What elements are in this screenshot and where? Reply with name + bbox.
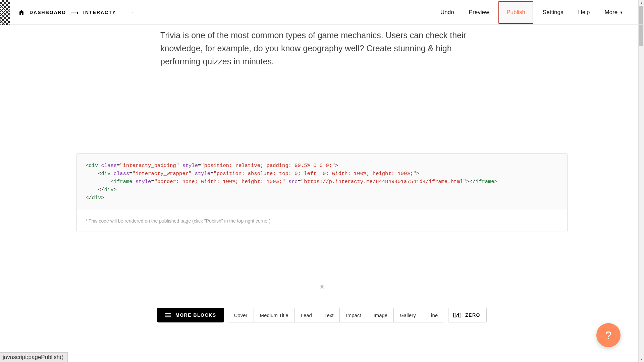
block-lead[interactable]: Lead [295,308,318,322]
block-text[interactable]: Text [318,308,340,322]
statusbar: javascript:pagePublish() [0,352,68,362]
breadcrumb-dropdown-icon[interactable] [131,10,135,15]
description-text: Trivia is one of the most common types o… [160,29,469,68]
home-icon[interactable] [18,9,25,16]
block-gallery[interactable]: Gallery [394,308,422,322]
breadcrumb-arrow-icon: ⟶ [71,9,78,16]
settings-button[interactable]: Settings [535,1,571,24]
vertical-scrollbar[interactable]: ▴ ▾ [638,0,644,362]
breadcrumb: DASHBOARD ⟶ INTERACTY [18,9,135,16]
code-style2: position: absolute; top: 0; left: 0; wid… [217,171,413,177]
more-blocks-button[interactable]: MORE BLOCKS [157,308,224,322]
block-medium-title[interactable]: Medium Title [254,308,295,322]
scrollbar-down-icon[interactable]: ▾ [639,356,644,362]
embed-code-block: <div class="interacty_padding" style="po… [76,153,568,232]
breadcrumb-dashboard[interactable]: DASHBOARD [30,10,66,15]
publish-button[interactable]: Publish [498,1,533,24]
chevron-down-icon: ▼ [620,10,623,14]
app-logo[interactable] [0,0,10,25]
block-line[interactable]: Line [422,308,444,322]
svg-rect-3 [453,313,456,317]
topbar: DASHBOARD ⟶ INTERACTY Undo Preview Publi… [0,0,644,25]
more-button[interactable]: More ▼ [597,1,631,24]
star-divider-icon: ★ [0,282,644,290]
block-cover[interactable]: Cover [228,308,254,322]
code-src: https://p.interacty.me/844849401a7541d4/… [304,179,463,185]
embed-code[interactable]: <div class="interacty_padding" style="po… [77,154,567,210]
code-style3: border: none; width: 100%; height: 100%; [157,179,282,185]
block-type-group: Cover Medium Title Lead Text Impact Imag… [228,308,444,322]
more-blocks-label: MORE BLOCKS [175,312,216,318]
help-fab-button[interactable]: ? [596,323,621,347]
code-style1: position: relative; padding: 99.5% 0 0 0… [204,163,332,169]
help-button[interactable]: Help [571,1,597,24]
block-impact[interactable]: Impact [340,308,367,322]
zero-block-button[interactable]: ZERO [448,308,487,322]
code-class2: interacty_wrapper [136,171,189,177]
zero-icon [453,312,461,318]
hamburger-icon [165,313,171,317]
svg-rect-4 [459,313,461,317]
block-toolbar: MORE BLOCKS Cover Medium Title Lead Text… [0,308,644,322]
code-class1: interacty_padding [123,163,176,169]
zero-label: ZERO [465,312,480,318]
topbar-actions: Undo Preview Publish Settings Help More … [433,0,631,24]
more-label: More [604,9,618,16]
breadcrumb-project[interactable]: INTERACTY [83,10,116,15]
block-image[interactable]: Image [367,308,394,322]
embed-code-note: * This code will be rendered on the publ… [77,210,567,232]
undo-button[interactable]: Undo [433,1,462,24]
preview-button[interactable]: Preview [462,1,496,24]
page-content: Trivia is one of the most common types o… [0,25,644,322]
